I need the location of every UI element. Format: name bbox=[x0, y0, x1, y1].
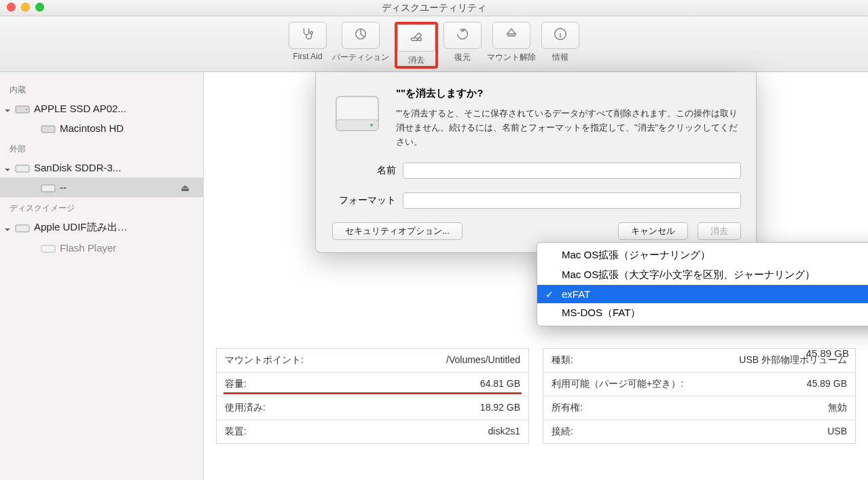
minimize-button[interactable] bbox=[21, 3, 30, 12]
info-icon bbox=[553, 27, 568, 44]
name-input[interactable] bbox=[403, 162, 741, 179]
detail-row: 所有権:無効 bbox=[543, 396, 855, 420]
disk-image-icon bbox=[41, 243, 56, 254]
detail-row: 利用可能（パージ可能+空き）:45.89 GB bbox=[543, 373, 855, 396]
dropdown-item-msdos[interactable]: MS-DOS（FAT） bbox=[537, 303, 868, 323]
detail-row: 接続:USB bbox=[543, 420, 855, 443]
erase-sheet: ""を消去しますか? ""を消去すると、そこに保存されているデータがすべて削除さ… bbox=[315, 72, 757, 253]
svg-rect-7 bbox=[16, 165, 29, 172]
security-options-button[interactable]: セキュリティオプション... bbox=[332, 222, 463, 240]
window: ディスクユーティリティ First Aid パーティション 消去 復元 マウント… bbox=[0, 0, 868, 480]
svg-rect-9 bbox=[16, 225, 29, 232]
sidebar-item-udif[interactable]: Apple UDIF読み出… bbox=[0, 217, 203, 238]
sheet-description: ""を消去すると、そこに保存されているデータがすべて削除されます。この操作は取り… bbox=[396, 107, 741, 149]
format-label: フォーマット bbox=[331, 194, 396, 207]
toolbar-erase[interactable]: 消去 bbox=[397, 24, 435, 66]
section-internal: 内蔵 bbox=[0, 79, 203, 99]
section-external: 外部 bbox=[0, 138, 203, 158]
pie-icon bbox=[353, 27, 368, 44]
name-label: 名前 bbox=[331, 165, 396, 177]
sidebar-item-apple-ssd[interactable]: APPLE SSD AP02... bbox=[0, 99, 203, 118]
erase-icon bbox=[409, 29, 424, 47]
hdd-icon bbox=[41, 123, 56, 134]
stethoscope-icon bbox=[300, 27, 315, 44]
disclosure-triangle-icon[interactable] bbox=[4, 224, 11, 231]
cancel-button[interactable]: キャンセル bbox=[618, 222, 688, 240]
zoom-button[interactable] bbox=[35, 3, 44, 12]
hdd-icon bbox=[15, 103, 30, 114]
titlebar: ディスクユーティリティ bbox=[0, 0, 868, 16]
detail-row: 使用済み:18.92 GB bbox=[217, 396, 528, 420]
close-button[interactable] bbox=[7, 3, 16, 12]
toolbar-partition[interactable]: パーティション bbox=[332, 22, 389, 63]
traffic-lights bbox=[7, 3, 44, 12]
eject-icon bbox=[504, 27, 519, 44]
svg-point-13 bbox=[370, 124, 373, 126]
sidebar-item-sandisk[interactable]: SanDisk SDDR-3... bbox=[0, 158, 203, 177]
sidebar-item-macintosh-hd[interactable]: Macintosh HD bbox=[0, 118, 203, 138]
format-dropdown: Mac OS拡張（ジャーナリング） Mac OS拡張（大文字/小文字を区別、ジャ… bbox=[537, 242, 868, 326]
disk-image-icon bbox=[15, 222, 30, 233]
dropdown-item-macosext-case[interactable]: Mac OS拡張（大文字/小文字を区別、ジャーナリング） bbox=[537, 265, 868, 285]
details-left: マウントポイント:/Volumes/Untitled 容量:64.81 GB 使… bbox=[216, 348, 529, 444]
sidebar: 内蔵 APPLE SSD AP02... Macintosh HD 外部 San… bbox=[0, 72, 204, 480]
toolbar-info[interactable]: 情報 bbox=[541, 22, 579, 63]
toolbar-restore[interactable]: 復元 bbox=[444, 22, 482, 63]
check-icon: ✓ bbox=[545, 289, 554, 300]
free-space-value: 45.89 GB bbox=[806, 347, 849, 359]
window-title: ディスクユーティリティ bbox=[382, 2, 486, 14]
eject-icon[interactable]: ⏏ bbox=[181, 182, 198, 193]
svg-rect-6 bbox=[41, 126, 55, 133]
sidebar-item-untitled[interactable]: -- ⏏ bbox=[0, 177, 203, 197]
details-tables: マウントポイント:/Volumes/Untitled 容量:64.81 GB 使… bbox=[204, 348, 868, 444]
toolbar: First Aid パーティション 消去 復元 マウント解除 情報 bbox=[0, 16, 868, 72]
toolbar-erase-highlight: 消去 bbox=[395, 22, 438, 69]
detail-row: 装置:disk2s1 bbox=[217, 420, 528, 443]
external-disk-icon bbox=[15, 162, 30, 173]
dropdown-item-macosext-journaled[interactable]: Mac OS拡張（ジャーナリング） bbox=[537, 245, 868, 265]
detail-row-capacity: 容量:64.81 GB bbox=[217, 373, 528, 396]
disclosure-triangle-icon[interactable] bbox=[4, 165, 11, 171]
drive-large-icon bbox=[331, 87, 384, 140]
svg-rect-10 bbox=[41, 245, 55, 252]
body: 内蔵 APPLE SSD AP02... Macintosh HD 外部 San… bbox=[0, 72, 868, 480]
toolbar-first-aid[interactable]: First Aid bbox=[289, 22, 327, 61]
svg-rect-8 bbox=[41, 185, 55, 192]
dropdown-item-exfat[interactable]: ✓exFAT bbox=[537, 285, 868, 303]
sheet-title: ""を消去しますか? bbox=[396, 87, 741, 100]
detail-row: マウントポイント:/Volumes/Untitled bbox=[217, 349, 528, 373]
external-disk-icon bbox=[41, 182, 56, 193]
main-content: 45.89 GB ""を消去しますか? ""を消去すると、そこに保存されているデ… bbox=[204, 72, 868, 480]
toolbar-unmount[interactable]: マウント解除 bbox=[487, 22, 536, 63]
sidebar-item-flash-player[interactable]: Flash Player bbox=[0, 238, 203, 258]
svg-point-0 bbox=[310, 31, 313, 34]
erase-button[interactable]: 消去 bbox=[698, 222, 741, 240]
section-diskimage: ディスクイメージ bbox=[0, 197, 203, 217]
disclosure-triangle-icon[interactable] bbox=[4, 105, 11, 112]
restore-icon bbox=[455, 27, 470, 44]
details-right: 種類:USB 外部物理ボリューム 利用可能（パージ可能+空き）:45.89 GB… bbox=[543, 348, 856, 444]
format-select[interactable] bbox=[403, 192, 741, 209]
svg-point-5 bbox=[26, 109, 27, 110]
